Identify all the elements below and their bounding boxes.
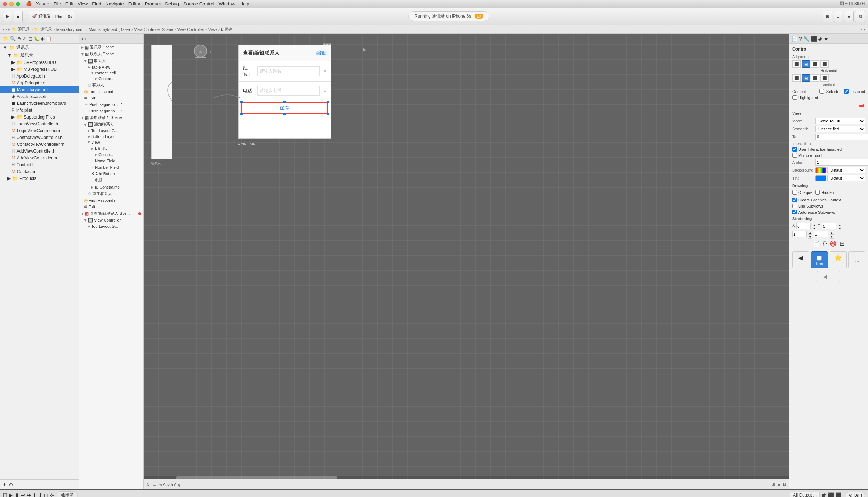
nav-item-contactvc-h[interactable]: H ContactViewController.h	[0, 134, 79, 141]
stretch-x-input[interactable]	[796, 223, 811, 229]
stretch-h-stepper[interactable]: ▲▼	[830, 231, 834, 237]
debug-toolbar-btn-4[interactable]: ↩	[21, 492, 25, 497]
debug-toggle[interactable]: ▧	[855, 11, 865, 22]
stretch-y-input[interactable]	[822, 223, 836, 229]
tree-top-layout[interactable]: ▶ Top Layout G...	[79, 128, 143, 134]
tab-prev-dots[interactable]: ····· ·····	[848, 251, 865, 268]
inspector-bookmarks-icon[interactable]: ★	[824, 36, 828, 42]
vc-edit-button[interactable]: 编辑	[316, 50, 326, 56]
nav-item-appdelegate-h[interactable]: H AppDelegate.h	[0, 73, 79, 79]
stretch-w-stepper[interactable]: ▲▼	[808, 231, 812, 237]
sb-forward[interactable]: ›	[85, 36, 86, 41]
tree-exit-2[interactable]: ⊗ Exit	[79, 204, 143, 210]
breadcrumb-item-0[interactable]: 📁 通讯录	[12, 27, 30, 32]
debug-split-2[interactable]: ⬛	[835, 492, 841, 497]
breadcrumb-item-2[interactable]: Main.storyboard	[56, 27, 85, 32]
handle-bc[interactable]	[283, 113, 286, 115]
tab-prev-star[interactable]: ⭐ ·····	[830, 251, 847, 268]
inspector-connections-icon[interactable]: ◈	[818, 36, 822, 42]
tree-view-edit-top-layout[interactable]: ▶ Top Layout G...	[79, 223, 143, 229]
breadcrumb-item-7[interactable]: B 保存	[221, 27, 232, 32]
tree-constraints[interactable]: ▶ ⊞ Constraints	[79, 184, 143, 190]
breadcrumb-nav-prev[interactable]: ‹	[861, 27, 863, 32]
debug-clear-btn[interactable]: 🗑	[821, 492, 826, 497]
nav-forward[interactable]: ›	[6, 27, 7, 32]
nav-tool-reports[interactable]: 📋	[46, 36, 52, 41]
nav-tool-scm[interactable]: ⊕	[17, 36, 21, 41]
tree-view-edit-vc[interactable]: ▶ 🔲 View Controller	[79, 217, 143, 223]
tree-lianxiren-vc[interactable]: ▶ 🔲 联系人	[79, 57, 143, 64]
maximize-button[interactable]	[16, 2, 20, 6]
tree-segue-2[interactable]: → Push segue to "..."	[79, 108, 143, 114]
align-center-v[interactable]: ▣	[802, 74, 810, 82]
handle-br[interactable]	[327, 113, 329, 115]
nav-back[interactable]: ‹	[3, 27, 4, 32]
scene-add[interactable]: ▶ ▦ 添加联系人 Scene	[79, 114, 143, 121]
nav-tool-folder[interactable]: 📁	[3, 36, 9, 41]
nav-add-button[interactable]: +	[3, 481, 6, 488]
close-button[interactable]	[3, 2, 7, 6]
bottom-icon-file[interactable]: 📄	[813, 240, 820, 247]
debug-toolbar-btn-5[interactable]: ↪	[27, 492, 31, 497]
align-center-h[interactable]: ▣	[802, 60, 810, 68]
canvas-zoom-btn[interactable]: ⊡	[783, 482, 786, 487]
stretch-x-stepper[interactable]: ▲▼	[812, 223, 816, 229]
scene-tongxunlu[interactable]: ▶ ▦ 通讯录 Scene	[79, 44, 143, 51]
tree-tableview[interactable]: ▶ Table View	[79, 64, 143, 70]
tag-input[interactable]	[815, 134, 868, 140]
inspector-help-icon[interactable]: ?	[799, 36, 802, 42]
canvas-list-btn[interactable]: ≡	[778, 482, 780, 487]
menu-find[interactable]: Find	[92, 1, 101, 6]
nav-item-svprogress[interactable]: ▶ 📁 SVProgressHUD	[0, 59, 79, 66]
nav-item-info-plist[interactable]: P Info.plist	[0, 107, 79, 113]
tab-prev-back[interactable]: ◀ ·····	[792, 251, 809, 268]
bottom-icon-grid[interactable]: ⊞	[840, 240, 844, 247]
stop-button[interactable]: ■	[14, 11, 23, 22]
tab-prev-item[interactable]: ◼ Item	[811, 251, 828, 268]
semantic-select[interactable]: Unspecified	[815, 126, 865, 132]
debug-toolbar-btn-9[interactable]: ⊹	[50, 492, 54, 497]
debug-toolbar-btn-6[interactable]: ⬆	[32, 492, 37, 497]
nav-item-contact-m[interactable]: M Contact.m	[0, 168, 79, 175]
align-fill-h[interactable]: ⬛	[820, 60, 829, 68]
output-selector[interactable]: All Output ◡	[790, 492, 820, 497]
tree-lianxiren-sub[interactable]: ⊙ 联系人	[79, 82, 143, 88]
inspector-file-icon[interactable]: 📄	[791, 36, 798, 42]
nav-item-loginvc-m[interactable]: M LoginViewController.m	[0, 127, 79, 134]
stretch-y-stepper[interactable]: ▲▼	[838, 223, 842, 229]
nav-tool-tests[interactable]: ◻	[28, 36, 32, 41]
mode-select[interactable]: Scale To Fill	[815, 118, 865, 124]
tree-number-field[interactable]: F Number Field	[79, 164, 143, 171]
hidden-checkbox[interactable]	[815, 190, 820, 195]
menu-edit[interactable]: Edit	[65, 1, 73, 6]
breadcrumb-nav-next[interactable]: ›	[864, 27, 865, 32]
tree-first-responder-2[interactable]: ◎ First Responder	[79, 197, 143, 204]
tree-add-button[interactable]: B Add Button	[79, 171, 143, 177]
canvas-scrollbar[interactable]	[144, 476, 789, 479]
nav-item-addvc-h[interactable]: H AddViewController.h	[0, 148, 79, 154]
breadcrumb-item-3[interactable]: Main.storyboard (Base)	[89, 27, 130, 32]
menu-xcode[interactable]: Xcode	[36, 1, 49, 6]
menu-help[interactable]: Help	[240, 1, 249, 6]
handle-tr[interactable]	[327, 101, 329, 103]
nav-item-launch-storyboard[interactable]: ◼ LaunchScreen.storyboard	[0, 100, 79, 107]
menu-file[interactable]: File	[54, 1, 61, 6]
opaque-checkbox[interactable]	[792, 190, 797, 195]
nav-item-addvc-m[interactable]: M AddViewController.m	[0, 154, 79, 161]
breadcrumb-item-4[interactable]: View Controller Scene	[134, 27, 173, 32]
scene-lianxiren[interactable]: ▶ ▦ 联系人 Scene	[79, 51, 143, 57]
nav-item-products[interactable]: ▶ 📁 Products	[0, 175, 79, 182]
tint-select[interactable]: Default	[827, 175, 865, 181]
stretch-w-input[interactable]	[792, 231, 807, 237]
nav-item-mbprogress[interactable]: ▶ 📁 MBProgressHUD	[0, 66, 79, 73]
tree-constr[interactable]: ▶ Constr...	[79, 152, 143, 158]
nav-item-main-storyboard[interactable]: ◼ Main.storyboard	[0, 86, 79, 93]
multiple-touch-checkbox[interactable]	[792, 153, 797, 158]
nav-item-root-project[interactable]: ▼ 📁 通讯录	[0, 44, 79, 51]
canvas-background[interactable]: 联系人 ⊞ →	[144, 34, 789, 489]
sb-back[interactable]: ‹	[82, 36, 83, 41]
breadcrumb-item-6[interactable]: View	[208, 27, 217, 32]
menu-editor[interactable]: Editor	[128, 1, 140, 6]
nav-tool-breakpoints[interactable]: ◈	[41, 36, 45, 41]
nav-tool-issues[interactable]: ⚠	[23, 36, 27, 41]
